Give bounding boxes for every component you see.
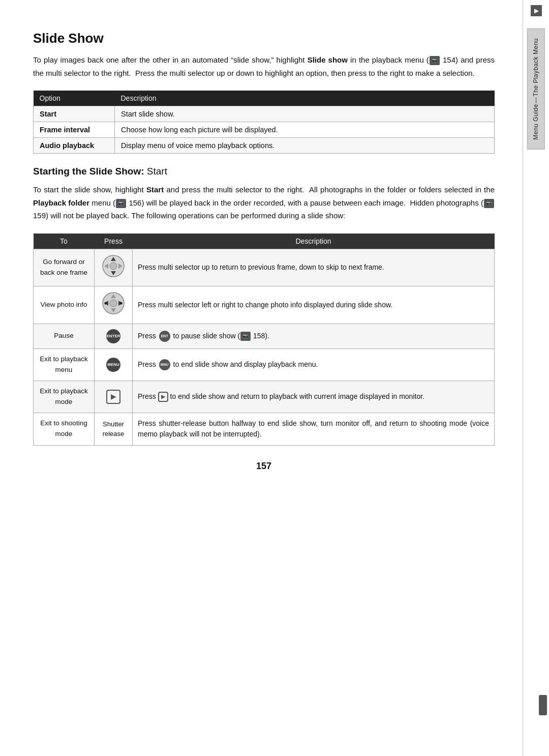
options-table: Option Description Start Start slide sho… xyxy=(33,91,495,154)
to-exit-shooting: Exit to shooting mode xyxy=(34,413,95,445)
cross-ref-156: 📷 xyxy=(116,199,126,208)
intro-paragraph: To play images back one after the other … xyxy=(33,53,495,79)
svg-point-7 xyxy=(110,300,117,307)
operations-table: To Press Description Go forward or back … xyxy=(33,234,495,446)
ops-col-to: To xyxy=(34,234,95,249)
to-pause: Pause xyxy=(34,324,95,348)
section-title-bold: Starting the Slide Show: xyxy=(33,166,144,177)
cross-ref-154: 📷 xyxy=(430,56,440,65)
enter-button-icon: ENTER xyxy=(106,329,120,343)
option-start: Start xyxy=(34,106,115,122)
page-title: Slide Show xyxy=(33,31,495,46)
press-shutter: Shutter release xyxy=(95,413,133,445)
table-row: View photo info xyxy=(34,286,495,324)
press-enter: ENTER xyxy=(95,324,133,348)
table-row: Exit to playback menu MENU Press MNU to … xyxy=(34,348,495,381)
col-header-description: Description xyxy=(115,91,495,106)
table-row: Frame interval Choose how long each pict… xyxy=(34,122,495,138)
to-go-forward: Go forward or back one frame xyxy=(34,249,95,286)
playback-inline-icon: ▶ xyxy=(158,392,168,402)
svg-point-12 xyxy=(105,302,107,305)
playback-button-icon: ▶ xyxy=(106,390,120,404)
sidebar: ▶ Menu Guide — The Playback Menu xyxy=(523,0,549,756)
press-multi-lr xyxy=(95,286,133,324)
section2-body: To start the slide show, highlight Start… xyxy=(33,183,495,222)
cross-ref-158: 📷 xyxy=(240,332,251,341)
table-row: Exit to playback mode ▶ Press ▶ to end s… xyxy=(34,381,495,413)
desc-pause: Press ENT to pause slide show (📷 158). xyxy=(133,324,495,348)
ops-col-description: Description xyxy=(133,234,495,249)
table-row: Audio playback Display menu of voice mem… xyxy=(34,138,495,154)
section-title-normal: Start xyxy=(147,166,167,177)
table-row: Go forward or back one frame xyxy=(34,249,495,286)
desc-exit-playback-menu: Press MNU to end slide show and display … xyxy=(133,348,495,381)
table-row: Pause ENTER Press ENT to pause slide sho… xyxy=(34,324,495,348)
table-row: Exit to shooting mode Shutter release Pr… xyxy=(34,413,495,445)
desc-exit-shooting: Press shutter-release button halfway to … xyxy=(133,413,495,445)
desc-start: Start slide show. xyxy=(115,106,495,122)
col-header-option: Option xyxy=(34,91,115,106)
enter-inline-icon: ENT xyxy=(159,331,170,342)
table-row: Start Start slide show. xyxy=(34,106,495,122)
svg-point-13 xyxy=(120,302,123,305)
multi-selector-updown-icon xyxy=(102,254,125,278)
to-exit-playback-mode: Exit to playback mode xyxy=(34,381,95,413)
cross-ref-159: 📷 xyxy=(484,199,494,208)
to-exit-playback-menu: Exit to playback menu xyxy=(34,348,95,381)
ops-col-press: Press xyxy=(95,234,133,249)
svg-point-1 xyxy=(110,263,117,270)
press-multi-updown xyxy=(95,249,133,286)
to-view-photo: View photo info xyxy=(34,286,95,324)
multi-selector-leftright-icon xyxy=(102,292,125,315)
desc-audio-playback: Display menu of voice memo playback opti… xyxy=(115,138,495,154)
desc-view-photo: Press multi selector left or right to ch… xyxy=(133,286,495,324)
sidebar-label: Menu Guide — The Playback Menu xyxy=(527,28,545,150)
desc-exit-playback-mode: Press ▶ to end slide show and return to … xyxy=(133,381,495,413)
desc-frame-interval: Choose how long each picture will be dis… xyxy=(115,122,495,138)
desc-go-forward: Press multi selector up to return to pre… xyxy=(133,249,495,286)
page-wrapper: Slide Show To play images back one after… xyxy=(0,0,549,756)
section-title: Starting the Slide Show: Start xyxy=(33,166,495,177)
menu-button-icon: MENU xyxy=(106,358,120,372)
option-audio-playback: Audio playback xyxy=(34,138,115,154)
press-playback: ▶ xyxy=(95,381,133,413)
menu-inline-icon: MNU xyxy=(159,359,170,370)
page-number: 157 xyxy=(33,461,495,472)
option-frame-interval: Frame interval xyxy=(34,122,115,138)
sidebar-scroll-indicator xyxy=(539,695,547,715)
sidebar-playback-icon: ▶ xyxy=(531,5,542,16)
main-content: Slide Show To play images back one after… xyxy=(0,0,523,756)
press-menu: MENU xyxy=(95,348,133,381)
